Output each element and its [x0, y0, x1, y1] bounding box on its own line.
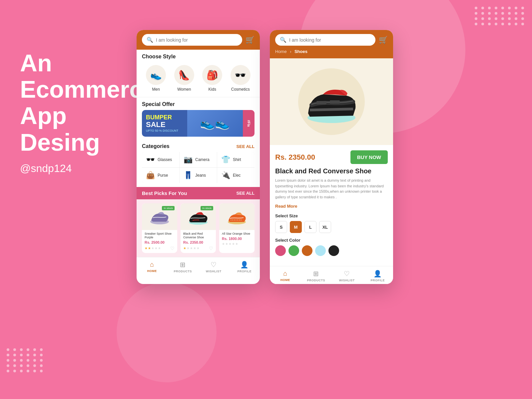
- title-line4: Desing: [20, 129, 100, 156]
- nav-wishlist-1[interactable]: ♡ WISHLIST: [198, 261, 229, 273]
- dots-bottom-left: [7, 348, 44, 372]
- products-icon-2: ⊞: [313, 270, 319, 278]
- star: ★: [145, 246, 148, 250]
- product-card-2[interactable]: In stock Black and Red Converse Shoe Rs.…: [181, 203, 216, 253]
- color-lightblue[interactable]: [315, 245, 326, 256]
- style-categories: 👟 Men 👠 Women 🎒 Kids 🕶️ Cosmetics: [137, 62, 260, 97]
- buy-now-button[interactable]: BUY NOW: [350, 150, 388, 164]
- categories-grid: 🕶️ Glasses 📷 Camera 👕 Shirt 👜 Purse 👖: [142, 152, 255, 183]
- product-info-3: All Star Orange Shoe Rs. 1800.00 ★ ★ ★ ★…: [219, 230, 255, 248]
- color-orange[interactable]: [302, 245, 312, 256]
- product-card-1[interactable]: In stock Sneaker Sport Shoe Purple Rs. 2…: [142, 203, 177, 253]
- purse-icon: 👜: [146, 171, 155, 180]
- product-hero: [270, 58, 393, 145]
- star: ★: [190, 246, 193, 250]
- style-item-men[interactable]: 👟 Men: [142, 65, 170, 92]
- best-picks-see-all[interactable]: SEE ALL: [237, 191, 255, 196]
- read-more-link[interactable]: Read More: [275, 204, 388, 209]
- cat-elec[interactable]: 🔌 Elec: [217, 168, 255, 183]
- home-label: HOME: [147, 269, 157, 273]
- style-item-cosmetics[interactable]: 🕶️ Cosmetics: [227, 65, 255, 92]
- cat-camera[interactable]: 📷 Camera: [180, 152, 217, 167]
- phone2-search-icon: 🔍: [280, 37, 286, 43]
- stars-row-3: ★ ★ ★ ★ ★: [222, 242, 252, 246]
- product-price-1: Rs. 2500.00: [145, 240, 175, 244]
- stars-3: ★ ★ ★ ★ ★: [222, 242, 238, 246]
- social-handle: @sndp124: [20, 162, 156, 175]
- star: ★: [232, 242, 235, 246]
- phones-container: 🔍 🛒 Choose Style 👟 Men 👠 Women: [137, 30, 393, 284]
- products-label: PRODUCTS: [174, 270, 192, 273]
- size-xl[interactable]: XL: [319, 221, 331, 233]
- men-icon: 👟: [146, 65, 166, 85]
- color-pink[interactable]: [275, 245, 286, 256]
- nav-products-1[interactable]: ⊞ PRODUCTS: [168, 261, 199, 273]
- product-img-3: [219, 203, 255, 230]
- detail-price: Rs. 2350.00: [275, 153, 315, 162]
- style-item-women[interactable]: 👠 Women: [170, 65, 199, 92]
- in-stock-badge-2: In stock: [201, 206, 213, 210]
- cat-purse[interactable]: 👜 Purse: [142, 168, 179, 183]
- stars-row-1: ★ ★ ★ ★ ★ ♡: [145, 246, 175, 251]
- stars-2: ★ ★ ★ ★ ★: [183, 246, 200, 250]
- home-icon: ⌂: [150, 261, 154, 268]
- cat-shirt[interactable]: 👕 Shirt: [217, 152, 255, 167]
- cosmetics-icon: 🕶️: [231, 65, 251, 85]
- star: ★: [235, 242, 238, 246]
- product-card-3[interactable]: All Star Orange Shoe Rs. 1800.00 ★ ★ ★ ★…: [219, 203, 255, 253]
- left-text-area: An Ecommerce App Desing @sndp124: [20, 50, 156, 175]
- phone2-search-input[interactable]: [289, 37, 371, 43]
- sale-text: SALE: [146, 120, 183, 129]
- size-l[interactable]: L: [304, 221, 316, 233]
- style-item-kids[interactable]: 🎒 Kids: [198, 65, 227, 92]
- phone1-cart-icon[interactable]: 🛒: [246, 36, 255, 44]
- size-s[interactable]: S: [275, 221, 287, 233]
- nav-profile-2[interactable]: 👤 PROFILE: [362, 270, 393, 282]
- star: ★: [158, 246, 161, 250]
- elec-icon: 🔌: [221, 171, 230, 180]
- nav-profile-1[interactable]: 👤 PROFILE: [229, 261, 260, 273]
- nav-wishlist-2[interactable]: ♡ WISHLIST: [331, 270, 362, 282]
- best-picks-title: Best Picks For You: [142, 190, 187, 196]
- product-description: Lorem Ipsum dolor sit amet is a dummy te…: [275, 178, 388, 200]
- categories-header: Categories SEE ALL: [137, 141, 260, 152]
- phone1-mockup: 🔍 🛒 Choose Style 👟 Men 👠 Women: [137, 30, 260, 284]
- nav-products-2[interactable]: ⊞ PRODUCTS: [301, 270, 332, 282]
- discount-text: UPTO 50 % DISCOUNT: [146, 129, 183, 132]
- color-green[interactable]: [288, 245, 299, 256]
- size-options: S M L XL: [275, 221, 388, 233]
- phone2-search-bar[interactable]: 🔍: [275, 34, 375, 46]
- nav-home-2[interactable]: ⌂ HOME: [270, 270, 301, 282]
- star: ★: [183, 246, 186, 250]
- product-detail-title: Black and Red Converse Shoe: [275, 167, 388, 175]
- wishlist-heart-2[interactable]: ♡: [209, 246, 213, 251]
- size-m[interactable]: M: [290, 221, 302, 233]
- categories-see-all[interactable]: SEE ALL: [237, 144, 255, 149]
- phone1-search-input[interactable]: [156, 37, 238, 43]
- color-black[interactable]: [328, 245, 339, 256]
- shirt-icon: 👕: [221, 155, 230, 164]
- phone2-header: 🔍 🛒 Home › Shoes: [270, 30, 393, 58]
- star: ★: [155, 246, 158, 250]
- phone2-mockup: 🔍 🛒 Home › Shoes: [270, 30, 393, 284]
- kids-icon: 🎒: [202, 65, 222, 85]
- jeans-icon: 👖: [184, 171, 193, 180]
- profile-label: PROFILE: [237, 270, 252, 273]
- products-row: In stock Sneaker Sport Shoe Purple Rs. 2…: [137, 199, 260, 257]
- cat-glasses[interactable]: 🕶️ Glasses: [142, 152, 179, 167]
- wishlist-heart-1[interactable]: ♡: [170, 246, 175, 251]
- banner-middle: 👟👟: [187, 110, 243, 137]
- products-label-2: PRODUCTS: [307, 279, 325, 282]
- color-options: [275, 245, 388, 256]
- cosmetics-label: Cosmetics: [231, 87, 250, 92]
- phone2-cart-icon[interactable]: 🛒: [379, 36, 388, 44]
- women-label: Women: [177, 87, 191, 92]
- phone1-body: Choose Style 👟 Men 👠 Women 🎒 Kids 🕶️ Cos…: [137, 50, 260, 275]
- star: ★: [187, 246, 190, 250]
- phone2-bottom-nav: ⌂ HOME ⊞ PRODUCTS ♡ WISHLIST 👤 PROFILE: [270, 266, 393, 284]
- cat-jeans[interactable]: 👖 Jeans: [180, 168, 217, 183]
- phone1-search-bar[interactable]: 🔍: [142, 34, 242, 46]
- home-icon-2: ⌂: [283, 270, 287, 277]
- title-line1: An: [20, 50, 52, 76]
- nav-home-1[interactable]: ⌂ HOME: [137, 261, 168, 273]
